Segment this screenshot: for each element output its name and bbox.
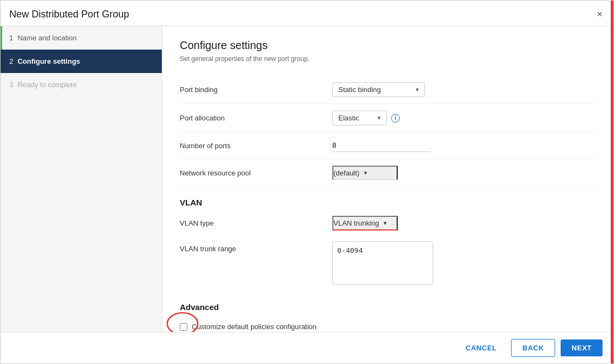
chevron-down-icon-3: ▾ xyxy=(364,169,367,177)
vlan-type-value: VLAN trunking xyxy=(333,219,379,227)
port-allocation-row: Port allocation Elastic ▾ i xyxy=(180,104,596,132)
chevron-down-icon-2: ▾ xyxy=(378,114,381,122)
port-binding-label: Port binding xyxy=(180,86,332,94)
network-resource-pool-value: (default) xyxy=(333,169,360,177)
port-allocation-dropdown[interactable]: Elastic ▾ xyxy=(332,111,387,125)
sidebar-item-configure-settings[interactable]: 2 Configure settings xyxy=(1,50,162,73)
info-icon[interactable]: i xyxy=(391,114,400,123)
step-num-3: 3 xyxy=(9,81,13,89)
number-of-ports-input[interactable] xyxy=(332,139,430,152)
next-button[interactable]: NEXT xyxy=(561,339,603,356)
step-label-2: Configure settings xyxy=(17,57,80,65)
port-binding-dropdown[interactable]: Static binding ▾ xyxy=(332,82,425,97)
step-indicator-1 xyxy=(1,26,2,50)
cancel-button[interactable]: CANCEL xyxy=(457,339,506,356)
chevron-down-icon-4: ▾ xyxy=(384,220,387,227)
network-resource-pool-label: Network resource pool xyxy=(180,169,332,177)
advanced-section: Advanced Customize default policies conf… xyxy=(180,302,596,332)
annotation-circle xyxy=(166,312,210,332)
port-allocation-value: Elastic xyxy=(338,114,359,122)
svg-point-0 xyxy=(167,313,198,332)
section-subtitle: Set general properties of the new port g… xyxy=(180,55,596,63)
step-label-1: Name and location xyxy=(17,34,76,42)
port-allocation-label: Port allocation xyxy=(180,114,332,122)
network-resource-pool-dropdown[interactable]: (default) ▾ xyxy=(332,166,398,180)
vlan-trunk-range-row: VLAN trunk range 0-4094 xyxy=(180,235,596,292)
modal-container: New Distributed Port Group × 1 Name and … xyxy=(0,0,614,364)
step-num-2: 2 xyxy=(9,57,13,65)
modal-title: New Distributed Port Group xyxy=(9,9,129,20)
number-of-ports-label: Number of ports xyxy=(180,142,332,150)
chevron-down-icon: ▾ xyxy=(416,86,419,93)
sidebar-item-name-location[interactable]: 1 Name and location xyxy=(1,26,162,50)
customize-policies-row: Customize default policies configuration xyxy=(180,318,596,332)
sidebar-item-ready-complete[interactable]: 3 Ready to complete xyxy=(1,73,162,96)
section-title: Configure settings xyxy=(180,39,596,52)
advanced-section-title: Advanced xyxy=(180,302,596,312)
port-binding-row: Port binding Static binding ▾ xyxy=(180,76,596,104)
port-binding-value: Static binding xyxy=(338,86,381,94)
port-allocation-control: Elastic ▾ i xyxy=(332,111,596,125)
modal-body: 1 Name and location 2 Configure settings… xyxy=(1,26,613,332)
number-of-ports-row: Number of ports xyxy=(180,132,596,159)
number-of-ports-control xyxy=(332,139,596,152)
vlan-trunk-range-input[interactable]: 0-4094 xyxy=(332,241,433,285)
customize-policies-label: Customize default policies configuration xyxy=(192,323,317,331)
port-binding-control: Static binding ▾ xyxy=(332,82,596,97)
modal-header: New Distributed Port Group × xyxy=(1,1,613,26)
vlan-type-label: VLAN type xyxy=(180,219,332,227)
step-num-1: 1 xyxy=(9,34,13,42)
back-button[interactable]: BACK xyxy=(511,339,556,357)
modal-footer: CANCEL BACK NEXT xyxy=(1,332,613,363)
main-content: Configure settings Set general propertie… xyxy=(162,26,613,332)
vlan-trunk-range-label: VLAN trunk range xyxy=(180,241,332,253)
sidebar: 1 Name and location 2 Configure settings… xyxy=(1,26,162,332)
vlan-type-dropdown[interactable]: VLAN trunking ▾ xyxy=(332,216,398,230)
vlan-section-title: VLAN xyxy=(180,198,596,207)
vlan-type-row: VLAN type VLAN trunking ▾ xyxy=(180,209,596,235)
network-resource-pool-row: Network resource pool (default) ▾ xyxy=(180,159,596,187)
step-label-3: Ready to complete xyxy=(17,81,76,89)
right-border-accent xyxy=(611,1,613,363)
close-button[interactable]: × xyxy=(594,7,605,21)
network-resource-pool-control: (default) ▾ xyxy=(332,166,596,180)
vlan-section: VLAN VLAN type VLAN trunking ▾ VLAN trun… xyxy=(180,198,596,292)
